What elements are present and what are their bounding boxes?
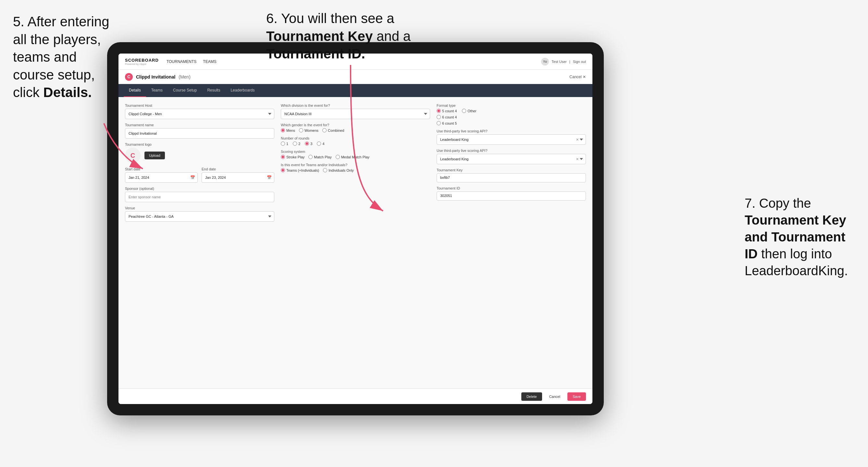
scoring-match[interactable]: Match Play bbox=[308, 155, 332, 159]
gender-mens[interactable]: Mens bbox=[281, 128, 295, 132]
start-date-input[interactable] bbox=[125, 172, 198, 183]
api1-label: Use third-party live scoring API? bbox=[437, 129, 586, 133]
right-form-section: Format type 5 count 4 6 count 4 bbox=[437, 103, 586, 222]
gender-combined[interactable]: Combined bbox=[322, 128, 344, 132]
main-content: Tournament Host Clippd College - Men Tou… bbox=[119, 97, 592, 388]
middle-form-section: Which division is the event for? NCAA Di… bbox=[281, 103, 430, 222]
header-cancel[interactable]: Cancel ✕ bbox=[569, 75, 586, 79]
format-5count4[interactable]: 5 count 4 bbox=[437, 109, 457, 113]
start-date-wrapper: 📅 bbox=[125, 172, 198, 183]
venue-label: Venue bbox=[125, 206, 274, 210]
division-label: Which division is the event for? bbox=[281, 103, 430, 107]
key-label: Tournament Key bbox=[437, 168, 586, 172]
user-avatar: TU bbox=[541, 58, 549, 66]
gender-radio-group: Mens Womens Combined bbox=[281, 128, 430, 132]
rounds-1[interactable]: 1 bbox=[281, 142, 288, 146]
api1-select[interactable]: Leaderboard King bbox=[437, 134, 586, 145]
nav-divider: | bbox=[569, 60, 570, 64]
format-6count5[interactable]: 6 count 5 bbox=[437, 121, 457, 125]
end-calendar-icon: 📅 bbox=[267, 175, 272, 180]
venue-select[interactable]: Peachtree GC - Atlanta - GA bbox=[125, 211, 274, 222]
teams-plus-ind[interactable]: Teams (+Individuals) bbox=[281, 168, 319, 172]
api1-select-wrapper: Leaderboard King ✕ bbox=[437, 134, 586, 145]
api2-label: Use third-party live scoring API? bbox=[437, 149, 586, 153]
save-button[interactable]: Save bbox=[567, 392, 586, 401]
rounds-4[interactable]: 4 bbox=[317, 142, 324, 146]
rounds-label: Number of rounds bbox=[281, 136, 430, 140]
scoring-stroke[interactable]: Stroke Play bbox=[281, 155, 305, 159]
tournament-key-value: bxftb7 bbox=[437, 173, 586, 182]
logo-preview: C bbox=[125, 148, 141, 163]
annotation-right: 7. Copy the Tournament Key and Tournamen… bbox=[745, 195, 858, 279]
start-calendar-icon: 📅 bbox=[190, 175, 195, 180]
tournament-logo: C bbox=[125, 73, 133, 81]
annotation-left: 5. After entering all the players, teams… bbox=[13, 13, 114, 101]
logo-upload-area: C Upload bbox=[125, 148, 274, 163]
teams-ind-only[interactable]: Individuals Only bbox=[323, 168, 354, 172]
rounds-2[interactable]: 2 bbox=[293, 142, 300, 146]
nav-tournaments[interactable]: TOURNAMENTS bbox=[166, 59, 196, 64]
sponsor-input[interactable] bbox=[125, 192, 274, 202]
end-date-input[interactable] bbox=[202, 172, 274, 183]
division-select-wrapper: NCAA Division III bbox=[281, 109, 430, 119]
api2-select[interactable]: Leaderboard King bbox=[437, 154, 586, 164]
scoring-medal[interactable]: Medal Match Play bbox=[336, 155, 369, 159]
tablet-screen: SCOREBOARD Powered by clippd TOURNAMENTS… bbox=[119, 54, 592, 404]
format-row: 5 count 4 6 count 4 6 count 5 bbox=[437, 109, 586, 125]
end-date-wrapper: 📅 bbox=[202, 172, 274, 183]
api2-select-wrapper: Leaderboard King ✕ bbox=[437, 154, 586, 164]
id-label: Tournament ID bbox=[437, 186, 586, 190]
teams-label: Is this event for Teams and/or Individua… bbox=[281, 163, 430, 167]
tournament-id-value: 302051 bbox=[437, 191, 586, 200]
left-form-section: Tournament Host Clippd College - Men Tou… bbox=[125, 103, 274, 222]
api1-clear-button[interactable]: ✕ bbox=[576, 137, 579, 142]
cancel-button[interactable]: Cancel bbox=[545, 392, 564, 401]
tab-details[interactable]: Details bbox=[124, 84, 146, 97]
api2-clear-button[interactable]: ✕ bbox=[576, 157, 579, 161]
scoring-label: Scoring system bbox=[281, 150, 430, 154]
rounds-radio-group: 1 2 3 4 bbox=[281, 142, 430, 146]
teams-radio-group: Teams (+Individuals) Individuals Only bbox=[281, 168, 430, 172]
date-row: Start date 📅 End date 📅 bbox=[125, 167, 274, 183]
format-group: 5 count 4 6 count 4 6 count 5 bbox=[437, 109, 457, 125]
host-label: Tournament Host bbox=[125, 103, 274, 107]
nav-right: TU Test User | Sign out bbox=[541, 58, 586, 66]
tournament-title: Clippd Invitational (Men) bbox=[136, 74, 569, 80]
tab-leaderboards[interactable]: Leaderboards bbox=[225, 84, 260, 97]
sign-out-link[interactable]: Sign out bbox=[573, 60, 586, 64]
logo-text: SCOREBOARD bbox=[125, 58, 159, 63]
tab-course-setup[interactable]: Course Setup bbox=[168, 84, 202, 97]
tab-teams[interactable]: Teams bbox=[146, 84, 168, 97]
rounds-3[interactable]: 3 bbox=[305, 142, 312, 146]
gender-label: Which gender is the event for? bbox=[281, 123, 430, 127]
tournament-header: C Clippd Invitational (Men) Cancel ✕ bbox=[119, 70, 592, 84]
host-select[interactable]: Clippd College - Men bbox=[125, 109, 274, 119]
user-name: Test User bbox=[552, 60, 566, 64]
name-label: Tournament name bbox=[125, 123, 274, 127]
sponsor-label: Sponsor (optional) bbox=[125, 187, 274, 190]
nav-teams[interactable]: TEAMS bbox=[203, 59, 216, 64]
tablet-device: SCOREBOARD Powered by clippd TOURNAMENTS… bbox=[107, 42, 604, 415]
annotation-top: 6. You will then see a Tournament Key an… bbox=[266, 10, 461, 63]
division-select[interactable]: NCAA Division III bbox=[281, 109, 430, 119]
tab-results[interactable]: Results bbox=[202, 84, 225, 97]
host-select-wrapper: Clippd College - Men bbox=[125, 109, 274, 119]
scoring-radio-group: Stroke Play Match Play Medal Match Play bbox=[281, 155, 430, 159]
start-date-label: Start date bbox=[125, 167, 198, 171]
format-label: Format type bbox=[437, 103, 586, 107]
upload-button[interactable]: Upload bbox=[145, 152, 165, 159]
tab-bar: Details Teams Course Setup Results Leade… bbox=[119, 84, 592, 97]
name-input[interactable] bbox=[125, 128, 274, 138]
delete-button[interactable]: Delete bbox=[521, 392, 542, 401]
logo-label: Tournament logo bbox=[125, 143, 274, 146]
venue-select-wrapper: Peachtree GC - Atlanta - GA bbox=[125, 211, 274, 222]
format-other: Other bbox=[462, 109, 476, 113]
logo-sub: Powered by clippd bbox=[125, 63, 159, 66]
app-logo: SCOREBOARD Powered by clippd bbox=[125, 58, 159, 66]
gender-womens[interactable]: Womens bbox=[299, 128, 318, 132]
bottom-bar: Delete Cancel Save bbox=[119, 388, 592, 404]
end-date-label: End date bbox=[202, 167, 274, 171]
format-6count4[interactable]: 6 count 4 bbox=[437, 115, 457, 119]
